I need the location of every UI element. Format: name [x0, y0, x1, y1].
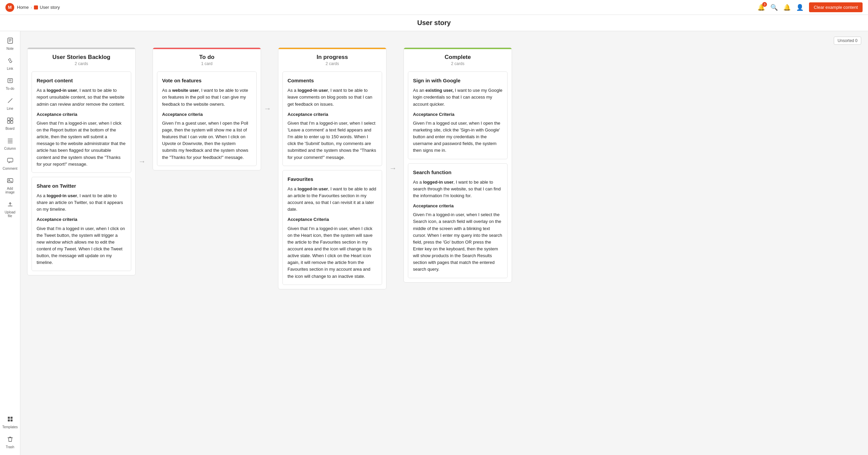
card-section-body-search-function: Given I'm a logged-in user, when I selec…: [413, 211, 502, 273]
svg-rect-8: [7, 118, 10, 120]
card-vote-features[interactable]: Vote on featuresAs a website user, I wan…: [157, 71, 257, 166]
sidebar-item-line[interactable]: Line: [1, 95, 19, 113]
breadcrumb-dot-icon: [34, 5, 38, 9]
column-content-complete: Sign in with GoogleAs an existing user, …: [404, 69, 512, 282]
column-content-backlog: Report contentAs a logged-in user, I wan…: [27, 69, 135, 275]
sidebar-item-trash[interactable]: Trash: [1, 433, 19, 452]
column-content-todo: Vote on featuresAs a website user, I wan…: [153, 69, 261, 170]
column-complete: Complete2 cardsSign in with GoogleAs an …: [403, 47, 512, 283]
card-section-body-sign-in-google: Given I'm a logged out user, when I open…: [413, 120, 502, 154]
svg-rect-9: [11, 118, 13, 120]
search-icon[interactable]: 🔍: [770, 4, 778, 11]
bell-icon[interactable]: 🔔: [783, 4, 791, 11]
clear-example-button[interactable]: Clear example content: [809, 2, 863, 12]
sidebar-item-comment[interactable]: Comment: [1, 154, 19, 173]
sidebar-item-add-image[interactable]: Add image: [1, 174, 19, 197]
sidebar-addimage-label: Add image: [3, 187, 17, 194]
card-share-twitter[interactable]: Share on TwitterAs a logged-in user, I w…: [32, 177, 131, 271]
column-wrapper-backlog: User Stories Backlog2 cardsReport conten…: [27, 47, 146, 275]
column-header-todo: To do1 card: [153, 48, 261, 69]
column-content-in-progress: CommentsAs a logged-in user, I want to b…: [278, 69, 386, 289]
notification-badge: 3: [762, 2, 767, 7]
svg-line-7: [8, 99, 12, 103]
unsorted-button[interactable]: Unsorted 0: [834, 37, 861, 45]
card-body-comments: As a logged-in user, I want to be able t…: [288, 87, 377, 107]
column-title-backlog: User Stories Backlog: [33, 54, 130, 61]
card-body-share-twitter: As a logged-in user, I want to be able t…: [37, 192, 126, 213]
link-icon: [7, 57, 14, 66]
card-title-comments: Comments: [288, 77, 377, 84]
sidebar-todo-label: To-do: [6, 87, 14, 90]
svg-rect-21: [8, 419, 10, 421]
card-section-body-comments: Given that I'm a logged-in user, when I …: [288, 120, 377, 161]
card-favourites[interactable]: FavouritesAs a logged-in user, I want to…: [282, 170, 382, 285]
svg-rect-11: [11, 121, 13, 123]
card-body-favourites: As a logged-in user, I want to be able t…: [288, 186, 377, 213]
card-report-content[interactable]: Report contentAs a logged-in user, I wan…: [32, 71, 131, 173]
sidebar-item-board[interactable]: Board: [1, 115, 19, 133]
svg-rect-4: [8, 79, 13, 83]
column-title-in-progress: In progress: [284, 54, 381, 61]
card-comments[interactable]: CommentsAs a logged-in user, I want to b…: [282, 71, 382, 166]
column-count-todo: 1 card: [158, 61, 255, 66]
column-header-complete: Complete2 cards: [404, 48, 512, 69]
notifications-icon[interactable]: 🔔 3: [757, 4, 765, 11]
svg-rect-0: [8, 38, 13, 43]
card-title-vote-features: Vote on features: [162, 77, 252, 84]
column-todo: To do1 cardVote on featuresAs a website …: [153, 47, 261, 170]
topbar: M Home › User story 🔔 3 🔍 🔔 👤 Clear exam…: [0, 0, 868, 15]
column-header-in-progress: In progress2 cards: [278, 48, 386, 69]
topbar-left: M Home › User story: [5, 3, 60, 12]
breadcrumb-home[interactable]: Home: [17, 5, 29, 10]
sidebar-templates-label: Templates: [2, 425, 18, 429]
column-header-backlog: User Stories Backlog2 cards: [27, 48, 135, 69]
title-bar: User story: [0, 15, 868, 31]
svg-rect-20: [11, 417, 13, 419]
user-icon[interactable]: 👤: [796, 4, 804, 11]
sidebar-column-label: Column: [4, 147, 16, 150]
breadcrumb: Home › User story: [17, 5, 60, 10]
sidebar-trash-label: Trash: [6, 445, 14, 449]
breadcrumb-separator: ›: [31, 5, 32, 9]
todo-icon: [7, 77, 14, 86]
sidebar-item-link[interactable]: Link: [1, 55, 19, 73]
card-section-title-sign-in-google: Acceptance Criteria: [413, 111, 502, 118]
sidebar-item-note[interactable]: Note: [1, 35, 19, 53]
arrow-icon-0: →: [138, 157, 146, 166]
sidebar-comment-label: Comment: [3, 167, 17, 170]
sidebar-item-todo[interactable]: To-do: [1, 75, 19, 93]
trash-icon: [7, 436, 14, 444]
breadcrumb-page: User story: [40, 5, 60, 10]
card-section-title-comments: Acceptance criteria: [288, 111, 377, 118]
breadcrumb-current: User story: [34, 5, 60, 10]
sidebar-item-templates[interactable]: Templates: [1, 413, 19, 432]
card-title-search-function: Search function: [413, 168, 502, 176]
arrow-icon-1: →: [264, 104, 271, 113]
sidebar-item-column[interactable]: Column: [1, 135, 19, 153]
column-backlog: User Stories Backlog2 cardsReport conten…: [27, 47, 136, 275]
sidebar-note-label: Note: [6, 47, 14, 50]
column-wrapper-in-progress: In progress2 cardsCommentsAs a logged-in…: [278, 47, 397, 289]
card-section-body-report-content: Given that I'm a logged-in user, when I …: [37, 120, 126, 168]
svg-point-18: [8, 180, 9, 181]
note-icon: [7, 37, 14, 46]
sidebar-upload-label: Upload file: [3, 210, 17, 218]
card-sign-in-google[interactable]: Sign in with GoogleAs an existing user, …: [408, 71, 508, 159]
card-search-function[interactable]: Search functionAs a logged-in user, I wa…: [408, 163, 508, 278]
column-title-complete: Complete: [409, 54, 506, 61]
sidebar-link-label: Link: [7, 67, 13, 70]
card-title-favourites: Favourites: [288, 175, 377, 183]
card-title-sign-in-google: Sign in with Google: [413, 77, 502, 84]
card-body-sign-in-google: As an existing user, I want to use my Go…: [413, 87, 502, 107]
card-section-body-vote-features: Given I'm a guest user, when I open the …: [162, 120, 252, 161]
svg-rect-22: [11, 419, 13, 421]
card-section-title-favourites: Acceptance Criteria: [288, 216, 377, 223]
sidebar-board-label: Board: [5, 127, 15, 130]
column-wrapper-todo: To do1 cardVote on featuresAs a website …: [153, 47, 271, 170]
card-body-search-function: As a logged-in user, I want to be able t…: [413, 179, 502, 199]
card-section-title-report-content: Acceptance criteria: [37, 111, 126, 118]
sidebar-item-upload[interactable]: Upload file: [1, 198, 19, 221]
svg-rect-10: [7, 121, 10, 123]
app-logo[interactable]: M: [5, 3, 14, 12]
line-icon: [7, 97, 14, 106]
